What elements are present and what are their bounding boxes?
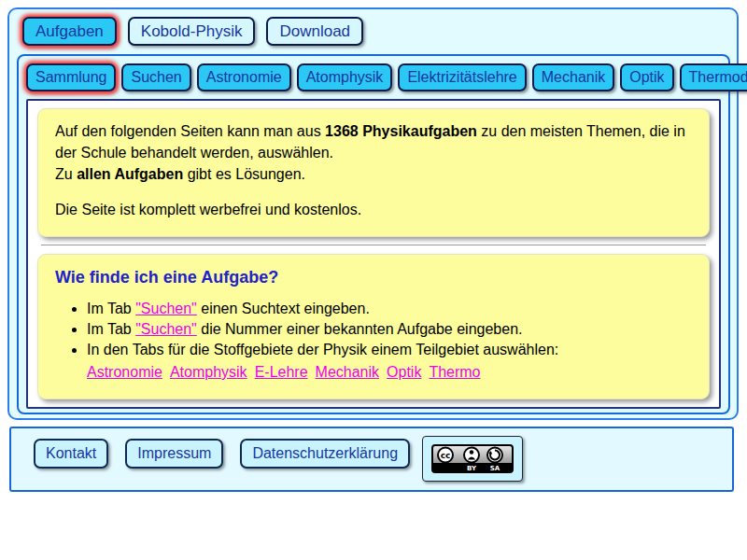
cc-by-sa-license-button[interactable]: cc BY SA [422, 436, 523, 482]
howto-item-nummer: Im Tab "Suchen" die Nummer einer bekannt… [87, 319, 692, 340]
howto2-post: die Nummer einer bekannten Aufgabe einge… [197, 321, 523, 337]
sa-arrow-icon [487, 448, 502, 463]
footer-bar: Kontakt Impressum Datenschutzerklärung c… [9, 427, 734, 492]
suchen-link-2[interactable]: "Suchen" [135, 321, 197, 337]
howto1-post: einen Suchtext eingeben. [197, 301, 370, 316]
kontakt-button[interactable]: Kontakt [34, 439, 108, 469]
tab-aufgaben[interactable]: Aufgaben [22, 17, 117, 46]
intro-p2-text: Zu [55, 166, 77, 182]
tab-download[interactable]: Download [266, 17, 363, 46]
intro-p1-text: Auf den folgenden Seiten kann man aus [55, 123, 325, 139]
impressum-button[interactable]: Impressum [125, 439, 223, 469]
svg-text:cc: cc [441, 451, 451, 460]
aufgaben-count: 1368 Physikaufgaben [325, 123, 477, 139]
howto-list: Im Tab "Suchen" einen Suchtext eingeben.… [55, 299, 692, 383]
sub-nav: Sammlung Suchen Astronomie Atomphysik El… [19, 56, 728, 91]
subtab-thermodynamik[interactable]: Thermodynamik [680, 63, 747, 91]
topic-link-optik[interactable]: Optik [387, 364, 421, 380]
howto2-pre: Im Tab [87, 321, 135, 337]
tab-kobold-physik[interactable]: Kobold-Physik [128, 17, 256, 46]
topic-link-e-lehre[interactable]: E-Lehre [255, 364, 308, 380]
howto-note-box: Wie finde ich eine Aufgabe? Im Tab "Such… [37, 254, 710, 399]
sa-label: SA [490, 465, 500, 472]
topic-links: AstronomieAtomphysikE-LehreMechanikOptik… [87, 362, 692, 383]
subtab-suchen[interactable]: Suchen [121, 63, 190, 91]
datenschutz-button[interactable]: Datenschutzerklärung [240, 439, 410, 469]
intro-p2-bold: allen Aufgaben [77, 166, 183, 182]
intro-paragraph-2: Zu allen Aufgaben gibt es Lösungen. [55, 163, 692, 185]
howto-item-suchtext: Im Tab "Suchen" einen Suchtext eingeben. [87, 299, 692, 319]
top-nav: Aufgaben Kobold-Physik Download [9, 9, 737, 46]
intro-paragraph-1: Auf den folgenden Seiten kann man aus 13… [55, 120, 692, 163]
subtab-astronomie[interactable]: Astronomie [197, 63, 291, 91]
subtab-atomphysik[interactable]: Atomphysik [297, 63, 393, 91]
subtab-sammlung[interactable]: Sammlung [26, 63, 116, 91]
subtab-elektrizitaetslehre[interactable]: Elektrizitätslehre [398, 63, 526, 91]
topic-link-atomphysik[interactable]: Atomphysik [170, 364, 247, 380]
topic-link-mechanik[interactable]: Mechanik [316, 364, 379, 380]
suchen-link-1[interactable]: "Suchen" [135, 301, 197, 316]
content-panel: Auf den folgenden Seiten kann man aus 13… [26, 99, 721, 409]
by-label: BY [467, 465, 477, 472]
aufgaben-section: Sammlung Suchen Astronomie Atomphysik El… [17, 54, 730, 414]
subtab-optik[interactable]: Optik [620, 63, 673, 91]
howto3-text: In den Tabs für die Stoffgebiete der Phy… [87, 342, 558, 357]
cc-by-sa-badge: cc BY SA [431, 444, 514, 473]
cc-icon: cc [438, 448, 453, 463]
howto-heading: Wie finde ich eine Aufgabe? [55, 268, 692, 287]
intro-paragraph-3: Die Seite ist komplett werbefrei und kos… [55, 199, 692, 220]
subtab-mechanik[interactable]: Mechanik [532, 63, 614, 91]
howto-item-stoffgebiete: In den Tabs für die Stoffgebiete der Phy… [87, 340, 692, 383]
by-person-icon [464, 448, 479, 463]
intro-note-box: Auf den folgenden Seiten kann man aus 13… [37, 108, 710, 237]
intro-p2-rest: gibt es Lösungen. [183, 166, 305, 182]
panel-divider [41, 245, 706, 246]
topic-link-astronomie[interactable]: Astronomie [87, 364, 162, 380]
topic-link-thermo[interactable]: Thermo [429, 364, 480, 380]
howto1-pre: Im Tab [87, 301, 135, 316]
main-container: Aufgaben Kobold-Physik Download Sammlung… [7, 7, 739, 420]
